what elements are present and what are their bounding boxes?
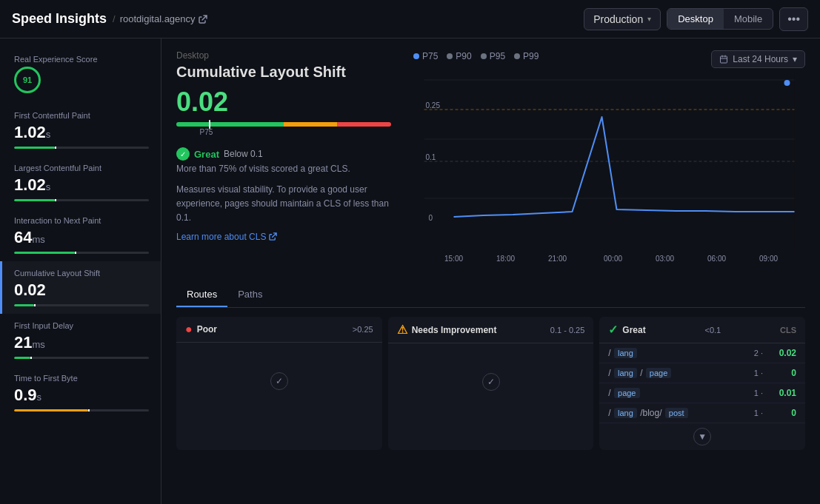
metric-label-fid: First Input Delay [14,321,149,330]
mobile-button[interactable]: Mobile [724,9,773,29]
metric-label-res: Real Experience Score [14,55,149,64]
cls-chart: 0.25 0.1 0 15:00 18:00 21:00 00:00 03:00… [413,73,805,272]
needs-range: 0.1 - 0.25 [550,326,584,335]
time-picker[interactable]: Last 24 Hours ▾ [711,50,805,68]
rating-row: ✓ Great Below 0.1 [176,147,399,161]
svg-rect-0 [721,56,727,63]
metric-value-cls: 0.02 [14,280,149,300]
content-title: Cumulative Layout Shift [176,64,399,81]
env-chevron: ▾ [647,15,651,23]
more-options-button[interactable]: ••• [779,7,808,31]
svg-text:0.25: 0.25 [426,101,441,110]
metric-bar-cls [14,304,149,306]
route-count: 1 · [733,389,763,397]
great-expand-button[interactable]: ▼ [599,423,805,450]
metric-bar-lcp [14,199,149,201]
sidebar-item-fcp[interactable]: First Contentful Paint 1.02s [0,104,161,156]
routes-col-needs: ⚠ Needs Improvement 0.1 - 0.25 ✓ [388,317,594,450]
more-75-text: More than 75% of visits scored a great C… [176,164,399,174]
metric-bar-inp [14,252,149,254]
tab-paths[interactable]: Paths [227,283,273,307]
metric-value-fcp: 1.02s [14,123,149,142]
svg-text:09:00: 09:00 [759,255,778,263]
svg-point-10 [784,80,790,86]
legend-dot-p95 [481,53,487,59]
needs-expand[interactable]: ✓ [482,373,500,391]
description-text: Measures visual stability. To provide a … [176,183,399,226]
score-circle: 91 [14,67,41,93]
great-check-icon: ✓ [176,147,190,161]
metric-value-ttfb: 0.9s [14,386,149,405]
tabs: Routes Paths [176,283,805,308]
svg-text:15:00: 15:00 [444,255,463,263]
route-path: / lang [608,348,733,358]
sidebar-item-cls[interactable]: Cumulative Layout Shift 0.02 [0,261,161,314]
metric-bar-fid [14,357,149,359]
metric-label-lcp: Largest Contentful Paint [14,164,149,172]
poor-icon: ● [185,323,193,336]
desktop-button[interactable]: Desktop [667,9,724,29]
env-dropdown[interactable]: Production ▾ [584,8,661,30]
good-icon: ✓ [608,323,618,337]
needs-label: Needs Improvement [412,325,497,335]
table-row: / lang / page 1 · 0 [599,363,805,383]
routes-col-great-header: ✓ Great <0.1 CLS [599,317,805,343]
route-value: 0 [763,408,796,418]
route-path: / page [608,388,733,398]
cls-col-label: CLS [780,326,796,335]
routes-col-needs-header: ⚠ Needs Improvement 0.1 - 0.25 [388,317,594,343]
metric-label-inp: Interaction to Next Paint [14,216,149,225]
routes-col-great: ✓ Great <0.1 CLS / lang 2 · 0.02 / la [599,317,805,450]
app-logo: Speed Insights [12,11,107,27]
content-breadcrumb: Desktop [176,50,399,61]
rating-badge: Great [194,149,219,160]
routes-col-poor-header: ● Poor >0.25 [176,317,382,343]
chart-legend: P75 P90 P95 P99 [413,51,539,61]
great-label: Great [622,325,645,335]
time-picker-label: Last 24 Hours [733,54,788,64]
route-value: 0.01 [763,388,796,398]
time-picker-chevron: ▾ [793,54,797,64]
svg-text:0: 0 [429,214,433,222]
route-value: 0 [763,368,796,378]
warning-icon: ⚠ [397,323,407,337]
svg-text:21:00: 21:00 [548,255,567,263]
sidebar-item-inp[interactable]: Interaction to Next Paint 64ms [0,209,161,261]
env-label: Production [593,13,643,25]
expand-icon: ▼ [693,428,711,446]
table-row: / page 1 · 0.01 [599,383,805,403]
route-count: 2 · [733,349,763,357]
poor-label: Poor [197,324,217,335]
sidebar-item-lcp[interactable]: Largest Contentful Paint 1.02s [0,156,161,209]
metric-value-inp: 64ms [14,228,149,247]
legend-dot-p99 [514,53,520,59]
header: Speed Insights / rootdigital.agency Prod… [0,0,820,38]
metric-value-fid: 21ms [14,333,149,352]
legend-dot-p90 [447,53,453,59]
table-row: / lang /blog/ post 1 · 0 [599,403,805,423]
metric-label-fcp: First Contentful Paint [14,111,149,120]
svg-text:0.1: 0.1 [426,153,436,161]
site-link[interactable]: rootdigital.agency [120,13,207,24]
metric-label-cls: Cumulative Layout Shift [14,269,149,278]
sidebar-item-ttfb[interactable]: Time to First Byte 0.9s [0,366,161,419]
route-path: / lang / page [608,368,733,378]
p75-progress-label: P75 [200,128,213,136]
learn-more-link[interactable]: Learn more about CLS [176,232,399,242]
external-link-icon [199,15,207,24]
breadcrumb: / rootdigital.agency [113,13,207,24]
content-value: 0.02 [176,87,399,118]
tab-routes[interactable]: Routes [176,283,227,307]
route-count: 1 · [733,409,763,417]
poor-expand[interactable]: ✓ [270,372,288,390]
metric-bar-fcp [14,147,149,149]
metric-value-lcp: 1.02s [14,175,149,195]
device-toggle: Desktop Mobile [667,8,773,30]
legend-p75: P75 [413,51,438,61]
metric-bar-ttfb [14,409,149,411]
learn-link-icon [269,232,277,241]
main-layout: Real Experience Score 91 First Contentfu… [0,38,820,504]
sidebar-item-fid[interactable]: First Input Delay 21ms [0,314,161,366]
sidebar-item-res[interactable]: Real Experience Score 91 [0,47,161,104]
svg-text:06:00: 06:00 [707,255,726,263]
